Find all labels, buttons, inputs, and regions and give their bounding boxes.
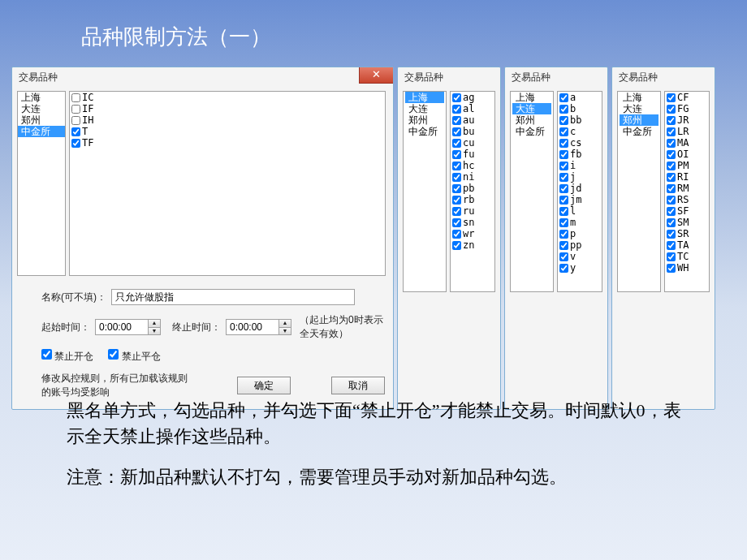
product-item[interactable]: pb [451,183,494,194]
product-checkbox[interactable] [71,93,80,102]
product-item[interactable]: IH [70,114,385,126]
exchange-list-2[interactable]: 上海大连郑州中金所 [403,91,447,292]
product-item[interactable]: ru [451,205,494,217]
product-list-2[interactable]: agalaubucufuhcnipbrbrusnwrzn [450,91,495,292]
product-checkbox[interactable] [667,127,676,136]
exchange-item[interactable]: 郑州 [512,114,551,126]
product-checkbox[interactable] [559,162,568,170]
end-time-input[interactable] [226,319,279,335]
product-item[interactable]: IF [70,103,385,114]
exchange-item[interactable]: 上海 [512,92,551,103]
product-item[interactable]: SF [665,205,709,217]
product-item[interactable]: TC [665,251,709,262]
product-item[interactable]: SM [665,217,709,228]
product-checkbox[interactable] [667,264,676,273]
product-checkbox[interactable] [559,184,568,193]
cancel-button[interactable]: 取消 [331,377,385,394]
product-item[interactable]: OI [665,149,709,160]
exchange-item[interactable]: 中金所 [620,126,658,137]
cb-forbid-close[interactable]: 禁止平仓 [108,349,160,364]
product-checkbox[interactable] [559,252,568,261]
product-list-main[interactable]: ICIFIHTTF [69,91,386,276]
product-item[interactable]: y [558,262,602,274]
product-item[interactable]: PM [665,160,709,171]
product-checkbox[interactable] [559,218,568,227]
product-item[interactable]: al [451,103,494,114]
product-item[interactable]: ag [451,92,494,103]
product-checkbox[interactable] [667,241,676,250]
product-item[interactable]: RM [665,183,709,194]
product-checkbox[interactable] [667,93,676,102]
product-checkbox[interactable] [452,173,461,182]
product-item[interactable]: SR [665,228,709,239]
product-checkbox[interactable] [667,252,676,261]
product-checkbox[interactable] [559,241,568,250]
product-checkbox[interactable] [559,230,568,239]
end-time-spinner[interactable]: ▲▼ [226,319,291,335]
product-checkbox[interactable] [452,196,461,205]
product-checkbox[interactable] [452,218,461,227]
product-item[interactable]: zn [451,239,494,251]
product-checkbox[interactable] [667,218,676,227]
ok-button[interactable]: 确定 [237,377,291,394]
product-item[interactable]: RI [665,171,709,183]
product-checkbox[interactable] [559,173,568,182]
start-time-input[interactable] [95,319,149,335]
product-item[interactable]: IC [70,92,385,103]
start-time-spinner[interactable]: ▲▼ [95,319,161,335]
exchange-item[interactable]: 郑州 [405,114,444,126]
product-item[interactable]: T [70,126,385,137]
product-checkbox[interactable] [71,116,80,125]
product-item[interactable]: TF [70,137,385,149]
product-list-4[interactable]: CFFGJRLRMAOIPMRIRMRSSFSMSRTATCWH [664,91,710,292]
product-checkbox[interactable] [559,105,568,114]
exchange-item[interactable]: 大连 [18,103,65,114]
product-checkbox[interactable] [452,139,461,148]
exchange-item[interactable]: 上海 [405,92,444,103]
product-checkbox[interactable] [452,150,461,159]
exchange-item[interactable]: 中金所 [18,126,65,137]
product-checkbox[interactable] [452,93,461,102]
product-checkbox[interactable] [559,116,568,125]
product-item[interactable]: l [558,205,602,217]
product-item[interactable]: au [451,114,494,126]
product-item[interactable]: TA [665,239,709,251]
product-item[interactable]: i [558,160,602,171]
product-checkbox[interactable] [559,127,568,136]
product-checkbox[interactable] [559,264,568,273]
spin-down-icon[interactable]: ▼ [279,327,291,334]
product-item[interactable]: FG [665,103,709,114]
product-item[interactable]: rb [451,194,494,205]
exchange-item[interactable]: 中金所 [512,126,551,137]
product-checkbox[interactable] [667,139,676,148]
product-item[interactable]: bb [558,114,602,126]
product-item[interactable]: LR [665,126,709,137]
close-button[interactable]: ✕ [359,67,393,84]
name-input[interactable] [111,289,355,305]
product-checkbox[interactable] [667,196,676,205]
product-checkbox[interactable] [667,105,676,114]
product-checkbox[interactable] [71,105,80,114]
exchange-item[interactable]: 郑州 [18,114,65,126]
product-item[interactable]: hc [451,160,494,171]
spin-down-icon[interactable]: ▼ [149,327,160,334]
exchange-list-main[interactable]: 上海大连郑州中金所 [17,91,66,276]
product-item[interactable]: WH [665,262,709,274]
product-item[interactable]: ni [451,171,494,183]
product-item[interactable]: v [558,251,602,262]
product-item[interactable]: RS [665,194,709,205]
product-checkbox[interactable] [559,150,568,159]
product-checkbox[interactable] [452,116,461,125]
spin-up-icon[interactable]: ▲ [279,320,291,327]
product-checkbox[interactable] [667,116,676,125]
product-checkbox[interactable] [667,150,676,159]
exchange-item[interactable]: 郑州 [620,114,658,126]
exchange-item[interactable]: 大连 [620,103,658,114]
product-item[interactable]: cs [558,137,602,149]
product-item[interactable]: cu [451,137,494,149]
exchange-item[interactable]: 上海 [620,92,658,103]
product-item[interactable]: jd [558,183,602,194]
product-checkbox[interactable] [452,127,461,136]
product-item[interactable]: b [558,103,602,114]
product-checkbox[interactable] [71,139,80,148]
